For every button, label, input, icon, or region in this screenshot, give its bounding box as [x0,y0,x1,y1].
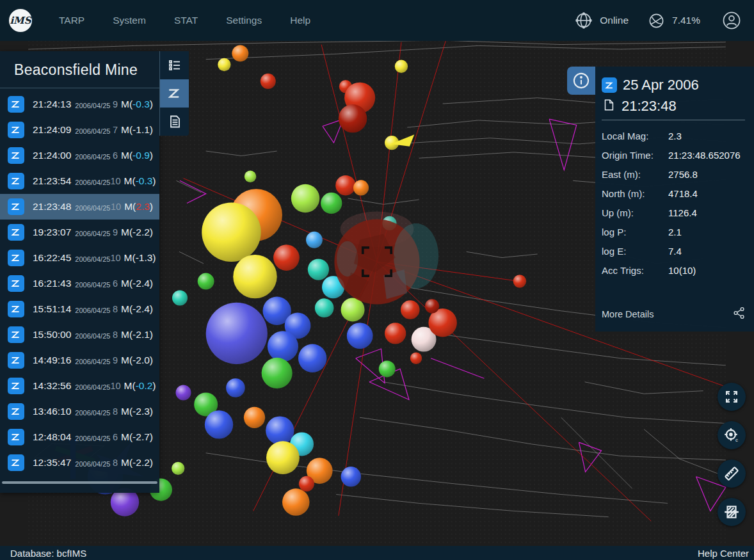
event-magnitude: M(-2.7) [121,431,153,443]
report-tab[interactable] [160,108,189,136]
share-icon[interactable] [732,306,746,323]
event-magnitude: M(-2.2) [121,227,153,238]
event-time: 12:35:47 [33,457,71,468]
event-list: 21:24:132006/04/259M(-0.3)21:24:092006/0… [0,88,159,472]
help-center-link[interactable]: Help Center [698,548,749,559]
event-row[interactable]: 21:24:092006/04/257M(-1.1) [0,117,159,143]
seismogram-icon [8,173,24,189]
horizontal-scrollbar[interactable] [2,481,157,484]
top-nav-bar: iMS TARPSystemSTATSettingsHelp Online [0,0,754,41]
field-value: 1126.4 [668,204,697,223]
trigger-count: 9 [110,227,118,237]
menu-item-stat[interactable]: STAT [174,15,198,26]
info-field: Acc Trigs:10(10) [602,261,745,280]
menu-item-tarp[interactable]: TARP [59,15,84,26]
event-date: 2006/04/25 [75,381,110,391]
event-date: 2006/04/25 [75,253,110,263]
info-divider [602,120,745,120]
event-row[interactable]: 16:21:432006/04/256M(-2.4) [0,271,159,296]
event-row[interactable]: 15:51:142006/04/258M(-2.4) [0,296,159,322]
field-label: Local Mag: [602,127,668,146]
globe-icon[interactable] [574,11,593,30]
seismogram-icon [8,96,24,113]
seismogram-icon [8,454,24,471]
info-field: East (m):2756.8 [602,165,745,184]
event-row[interactable]: 12:48:042006/04/256M(-2.7) [0,424,159,450]
event-row[interactable]: 16:22:452006/04/2510M(-1.3) [0,245,159,271]
event-time: 16:21:43 [33,278,71,289]
event-row[interactable]: 14:32:562006/04/2510M(-0.2) [0,373,159,399]
event-time: 21:24:00 [33,150,71,161]
event-time: 16:22:45 [33,252,71,264]
measure-button[interactable] [718,460,746,488]
event-row[interactable]: 21:24:132006/04/259M(-0.3) [0,92,159,117]
event-date: 2006/04/25 [75,433,110,442]
main-menu: TARPSystemSTATSettingsHelp [59,15,310,26]
event-info-panel: 25 Apr 2006 21:23:48 Local Mag:2.3Origin… [595,67,754,332]
center-target-button[interactable]: c [718,421,746,449]
event-date: 2006/04/25 [75,177,110,186]
database-label: Database: bcfIMS [10,548,86,559]
seismogram-tab[interactable] [160,79,189,108]
menu-item-settings[interactable]: Settings [226,15,262,26]
status-bar: Database: bcfIMS Help Center [0,546,754,560]
event-row[interactable]: 21:23:542006/04/2510M(-0.3) [0,168,159,194]
ims-logo[interactable]: iMS [9,9,32,32]
seismogram-icon [8,352,24,369]
field-value: 10(10) [668,261,696,280]
event-magnitude: M(-1.1) [121,124,153,136]
mine-title: Beaconsfield Mine [0,51,159,88]
info-toggle-button[interactable] [567,67,595,95]
crosshair-icon: c [723,427,740,444]
app-window: iMS TARPSystemSTATSettingsHelp Online [0,0,754,560]
seismogram-icon[interactable] [602,77,617,93]
event-magnitude: M(-2.0) [121,355,153,366]
event-fields: Local Mag:2.3Origin Time:21:23:48.652076… [602,127,745,280]
seismogram-icon [8,198,24,215]
field-value: 7.4 [668,242,682,261]
document-icon[interactable] [602,98,616,115]
event-date: 2006/04/25 [75,279,110,289]
event-magnitude: M(-0.9) [121,150,153,161]
event-date: 2006/04/25 [75,330,110,340]
event-list-tab[interactable] [160,51,189,79]
more-details-link[interactable]: More Details [602,309,654,319]
field-label: East (m): [602,165,668,184]
field-value: 4718.4 [668,184,698,204]
seismogram-icon [8,122,24,138]
expand-icon [724,389,739,404]
event-row[interactable]: 14:49:162006/04/259M(-2.0) [0,348,159,373]
event-date: 2006/04/25 [75,151,110,161]
event-row[interactable]: 21:23:482006/04/2510M(2.3) [0,194,159,220]
event-time: 13:46:10 [33,406,71,417]
event-date: 2006/04/25 [75,100,110,109]
event-row[interactable]: 15:50:002006/04/258M(-2.1) [0,322,159,348]
event-time: 19:23:07 [33,227,71,238]
event-time: 21:24:13 [33,99,71,110]
event-magnitude: M(-2.4) [121,278,153,289]
event-row[interactable]: 13:46:102006/04/258M(-2.3) [0,399,159,424]
menu-item-help[interactable]: Help [290,15,310,26]
trigger-count: 8 [110,304,118,314]
event-row[interactable]: 19:23:072006/04/259M(-2.2) [0,220,159,245]
info-field: Origin Time:21:23:48.652076 [602,146,745,165]
event-time: 21:24:09 [33,124,71,136]
event-magnitude: M(-0.2) [124,380,156,392]
info-field: North (m):4718.4 [602,184,745,204]
event-magnitude: M(-0.3) [121,99,153,110]
trigger-count: 8 [110,406,118,417]
event-date: 2006/04/25 [75,356,110,365]
user-avatar[interactable] [722,11,741,30]
event-row[interactable]: 12:35:472006/04/258M(-2.2) [0,450,159,472]
disk-usage-icon[interactable] [646,11,666,30]
event-time: 14:32:56 [33,380,71,392]
trigger-count: 8 [110,330,118,340]
event-row[interactable]: 21:24:002006/04/256M(-0.9) [0,143,159,168]
trigger-count: 6 [110,432,118,442]
menu-item-system[interactable]: System [113,15,146,26]
field-label: North (m): [602,184,668,204]
fullscreen-button[interactable] [718,383,746,411]
clip-plane-button[interactable] [718,498,746,526]
trigger-count: 10 [110,253,120,263]
event-magnitude: M(-2.3) [121,406,153,417]
